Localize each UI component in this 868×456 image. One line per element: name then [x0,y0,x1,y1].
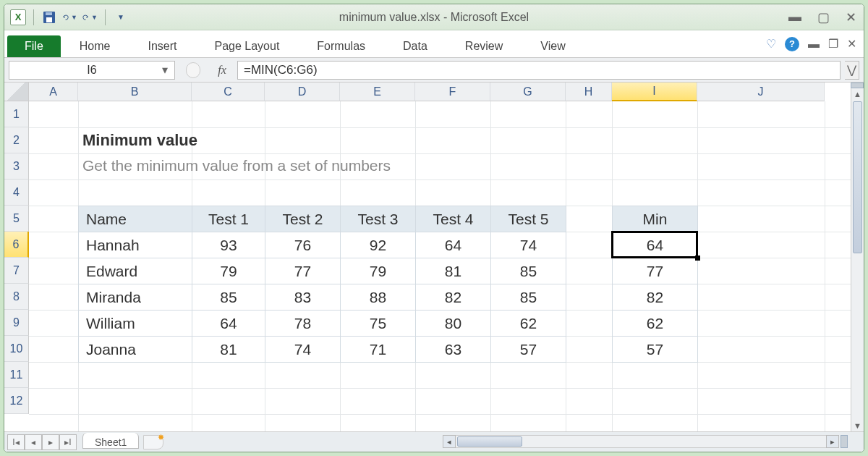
formula-bar-expand-button[interactable]: ⋁ [845,61,859,80]
workbook-close-button[interactable]: ✕ [847,37,856,51]
cell-name[interactable]: William [79,311,192,337]
vertical-scrollbar[interactable]: ▲ ▼ [851,88,864,431]
workbook-minimize-button[interactable]: ▬ [808,38,820,51]
vertical-split-handle[interactable] [851,83,864,88]
row-header-7[interactable]: 7 [4,258,29,284]
col-header-C[interactable]: C [192,83,265,101]
cell-min[interactable]: 64 [613,232,698,258]
cell-name[interactable]: Joanna [79,337,192,363]
hscroll-thumb[interactable] [457,436,522,447]
fill-handle[interactable] [695,256,700,261]
save-button[interactable] [41,9,57,25]
select-all-corner[interactable] [4,83,29,101]
close-button[interactable]: ✕ [846,9,856,25]
tab-review[interactable]: Review [446,35,522,57]
cell-min[interactable]: 77 [613,258,698,284]
name-box-dropdown-icon[interactable]: ▾ [158,64,171,77]
cell[interactable]: 88 [341,284,416,311]
sheet-nav-last[interactable]: ▸I [59,434,77,450]
redo-button[interactable]: ▼ [82,9,98,25]
cell-min[interactable]: 62 [613,311,698,337]
cell[interactable]: 57 [491,337,566,363]
file-tab[interactable]: File [7,35,61,57]
tab-home[interactable]: Home [61,35,129,57]
workbook-restore-button[interactable]: ❐ [828,37,838,51]
sheet-nav-next[interactable]: ▸ [42,434,59,450]
row-header-8[interactable]: 8 [4,284,29,310]
col-header-I[interactable]: I [612,83,697,101]
ribbon-minimize-icon[interactable]: ♡ [766,37,776,51]
scroll-left-icon[interactable]: ◂ [443,435,456,448]
col-header-A[interactable]: A [29,83,78,101]
cell[interactable]: 85 [491,284,566,311]
sheet-tab-active[interactable]: Sheet1 [82,433,139,449]
row-header-10[interactable]: 10 [4,336,29,362]
sheet-nav-prev[interactable]: ◂ [25,434,42,450]
tab-page-layout[interactable]: Page Layout [195,35,298,57]
cell[interactable]: 81 [416,258,491,284]
cell[interactable]: 77 [265,258,341,284]
excel-app-icon[interactable]: X [10,9,26,25]
cells[interactable]: Minimum value Get the minimum value from… [29,101,851,431]
cell[interactable]: 62 [491,311,566,337]
cell-min[interactable]: 57 [613,337,698,363]
help-icon[interactable]: ? [785,37,799,51]
cell-min[interactable]: 82 [613,284,698,311]
cell[interactable]: 85 [491,258,566,284]
maximize-button[interactable]: ▢ [817,9,830,25]
insert-function-button[interactable]: fx [211,64,233,77]
col-header-B[interactable]: B [78,83,192,101]
cell[interactable]: 80 [416,311,491,337]
cell[interactable]: 74 [265,337,341,363]
tab-view[interactable]: View [522,35,584,57]
cell[interactable]: 83 [265,284,341,311]
formula-input[interactable]: =MIN(C6:G6) [237,61,841,80]
cell[interactable]: 74 [491,232,566,258]
cell-name[interactable]: Miranda [79,284,192,311]
row-header-2[interactable]: 2 [4,127,29,153]
cell[interactable]: 63 [416,337,491,363]
row-header-4[interactable]: 4 [4,180,29,206]
cell[interactable]: 64 [192,311,265,337]
col-header-F[interactable]: F [415,83,490,101]
scroll-down-icon[interactable]: ▼ [852,420,864,431]
col-header-J[interactable]: J [697,83,825,101]
scroll-thumb[interactable] [853,101,862,253]
cell[interactable]: 85 [192,284,265,311]
cell[interactable]: 78 [265,311,341,337]
row-header-9[interactable]: 9 [4,310,29,336]
tab-data[interactable]: Data [384,35,446,57]
col-header-D[interactable]: D [265,83,340,101]
undo-button[interactable]: ▼ [61,9,77,25]
col-header-E[interactable]: E [340,83,415,101]
scroll-right-icon[interactable]: ▸ [826,435,839,448]
cell-name[interactable]: Hannah [79,232,192,258]
row-header-12[interactable]: 12 [4,388,29,414]
cell[interactable]: 92 [341,232,416,258]
qat-customize[interactable]: ▼ [113,9,129,25]
horizontal-split-handle[interactable] [841,435,848,448]
cell[interactable]: 64 [416,232,491,258]
cell[interactable]: 93 [192,232,265,258]
scroll-track[interactable] [851,100,864,420]
horizontal-scrollbar[interactable]: ◂ ▸ [443,435,848,448]
col-header-G[interactable]: G [490,83,566,101]
tab-formulas[interactable]: Formulas [298,35,384,57]
row-header-5[interactable]: 5 [4,206,29,232]
cell[interactable]: 82 [416,284,491,311]
cell[interactable]: 75 [341,311,416,337]
cell[interactable]: 79 [192,258,265,284]
sheet-nav-first[interactable]: I◂ [7,434,25,450]
cell[interactable]: 71 [341,337,416,363]
tab-insert[interactable]: Insert [129,35,195,57]
cell[interactable]: 81 [192,337,265,363]
row-header-6[interactable]: 6 [4,232,29,258]
cell[interactable]: 76 [265,232,341,258]
name-box[interactable]: I6 ▾ [9,61,175,80]
row-header-1[interactable]: 1 [4,101,29,127]
row-header-3[interactable]: 3 [4,153,29,180]
hscroll-track[interactable] [456,435,826,448]
minimize-button[interactable]: ▬ [788,9,801,25]
row-header-11[interactable]: 11 [4,362,29,388]
cell[interactable]: 79 [341,258,416,284]
